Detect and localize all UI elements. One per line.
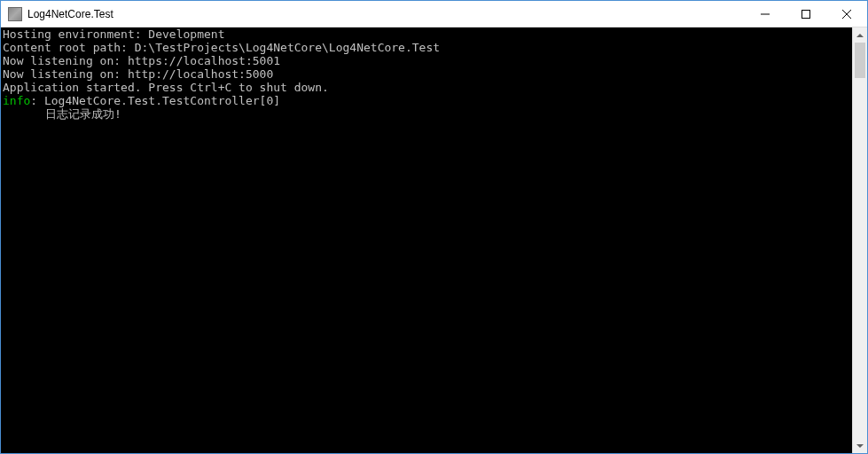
scroll-track[interactable] [853, 43, 867, 438]
console-line: 日志记录成功! [3, 108, 850, 121]
log-level-info: info [3, 94, 30, 107]
console-line: Application started. Press Ctrl+C to shu… [3, 82, 850, 95]
close-icon [842, 10, 851, 19]
scroll-up-arrow[interactable] [853, 27, 867, 43]
scroll-thumb[interactable] [855, 43, 865, 78]
maximize-button[interactable] [786, 1, 826, 27]
minimize-icon [761, 10, 770, 19]
window-titlebar[interactable]: Log4NetCore.Test [1, 1, 867, 27]
minimize-button[interactable] [745, 1, 786, 27]
maximize-icon [802, 10, 810, 19]
console-line: Now listening on: http://localhost:5000 [3, 68, 850, 82]
content-area: Hosting environment: DevelopmentContent … [1, 27, 867, 453]
chevron-down-icon [856, 444, 864, 448]
window-title: Log4NetCore.Test [27, 8, 745, 20]
close-button[interactable] [826, 1, 867, 27]
console-output[interactable]: Hosting environment: DevelopmentContent … [1, 27, 852, 453]
log-category: : Log4NetCore.Test.TestController[0] [30, 94, 280, 107]
console-line: info: Log4NetCore.Test.TestController[0] [3, 95, 850, 108]
svg-marker-5 [856, 444, 864, 448]
chevron-up-icon [856, 34, 864, 37]
svg-marker-4 [856, 34, 864, 37]
log-message: 日志记录成功! [3, 108, 121, 121]
scroll-down-arrow[interactable] [853, 438, 867, 453]
console-line: Now listening on: https://localhost:5001 [3, 55, 850, 68]
console-line: Hosting environment: Development [3, 28, 850, 42]
svg-rect-1 [802, 10, 810, 18]
window-controls [745, 1, 867, 27]
vertical-scrollbar[interactable] [852, 27, 867, 453]
console-line: Content root path: D:\TestProjects\Log4N… [3, 42, 850, 55]
app-icon [8, 7, 22, 21]
